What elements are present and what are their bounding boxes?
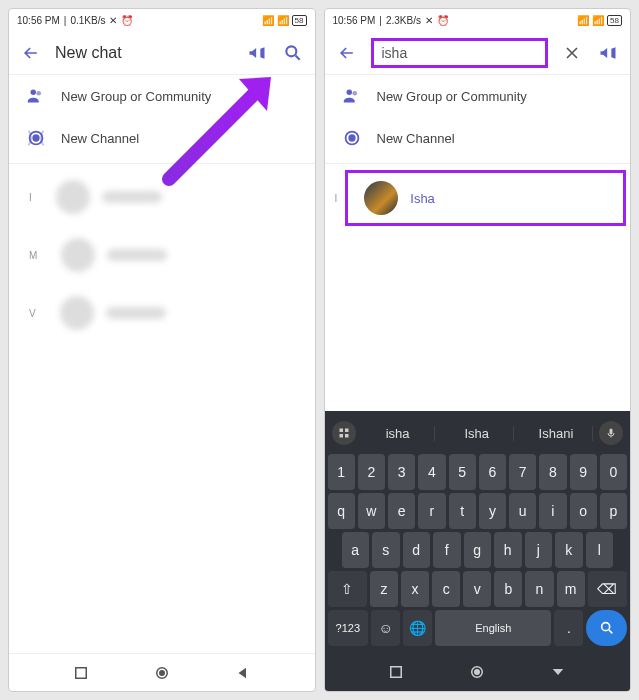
dnd-icon: ✕ xyxy=(109,15,117,26)
key-6[interactable]: 6 xyxy=(479,454,506,490)
nav-keyboard-hide[interactable] xyxy=(549,663,567,681)
key-0[interactable]: 0 xyxy=(600,454,627,490)
key-l[interactable]: l xyxy=(586,532,614,568)
svg-point-2 xyxy=(36,91,41,96)
nav-recent[interactable] xyxy=(72,664,90,682)
key-x[interactable]: x xyxy=(401,571,429,607)
key-k[interactable]: k xyxy=(555,532,583,568)
nav-home[interactable] xyxy=(468,663,486,681)
key-y[interactable]: y xyxy=(479,493,506,529)
space-key[interactable]: English xyxy=(435,610,551,646)
search-input-wrapper[interactable] xyxy=(371,38,549,68)
key-n[interactable]: n xyxy=(525,571,553,607)
section-letter: I xyxy=(325,193,338,204)
key-v[interactable]: v xyxy=(463,571,491,607)
suggestion[interactable]: Ishani xyxy=(520,426,593,441)
svg-point-17 xyxy=(601,623,609,631)
key-i[interactable]: i xyxy=(539,493,566,529)
contact-row[interactable] xyxy=(40,172,305,222)
avatar xyxy=(56,180,90,214)
key-9[interactable]: 9 xyxy=(570,454,597,490)
new-group-option[interactable]: New Group or Community xyxy=(325,75,631,117)
key-p[interactable]: p xyxy=(600,493,627,529)
key-d[interactable]: d xyxy=(403,532,431,568)
key-w[interactable]: w xyxy=(358,493,385,529)
key-o[interactable]: o xyxy=(570,493,597,529)
key-h[interactable]: h xyxy=(494,532,522,568)
key-3[interactable]: 3 xyxy=(388,454,415,490)
search-button[interactable] xyxy=(281,41,305,65)
nav-back[interactable] xyxy=(234,664,252,682)
section-letter: V xyxy=(19,308,36,319)
clear-search-button[interactable] xyxy=(560,41,584,65)
key-5[interactable]: 5 xyxy=(449,454,476,490)
contact-row[interactable]: Isha xyxy=(348,173,623,223)
nav-home[interactable] xyxy=(153,664,171,682)
key-row-numbers: 1234567890 xyxy=(328,454,628,490)
period-key[interactable]: . xyxy=(554,610,583,646)
mic-icon[interactable] xyxy=(599,421,623,445)
search-result-highlight: Isha xyxy=(345,170,626,226)
key-f[interactable]: f xyxy=(433,532,461,568)
section-letter: I xyxy=(19,192,32,203)
status-net: 2.3KB/s xyxy=(386,15,421,26)
header xyxy=(325,31,631,75)
new-channel-option[interactable]: New Channel xyxy=(9,117,315,159)
key-1[interactable]: 1 xyxy=(328,454,355,490)
key-c[interactable]: c xyxy=(432,571,460,607)
shift-key[interactable]: ⇧ xyxy=(328,571,367,607)
key-g[interactable]: g xyxy=(464,532,492,568)
globe-key[interactable]: 🌐 xyxy=(403,610,432,646)
svg-point-20 xyxy=(475,670,480,675)
search-key[interactable] xyxy=(586,610,627,646)
signal-icon: 📶 xyxy=(577,15,589,26)
svg-point-0 xyxy=(286,46,296,56)
key-b[interactable]: b xyxy=(494,571,522,607)
key-s[interactable]: s xyxy=(372,532,400,568)
back-button[interactable] xyxy=(335,41,359,65)
key-z[interactable]: z xyxy=(370,571,398,607)
contact-row[interactable] xyxy=(45,230,304,280)
key-8[interactable]: 8 xyxy=(539,454,566,490)
contact-name-blurred xyxy=(102,191,162,203)
key-a[interactable]: a xyxy=(342,532,370,568)
megaphone-icon[interactable] xyxy=(245,41,269,65)
android-navbar xyxy=(9,653,315,691)
nav-recent[interactable] xyxy=(387,663,405,681)
key-row-3: ⇧ zxcvbnm ⌫ xyxy=(328,571,628,607)
key-u[interactable]: u xyxy=(509,493,536,529)
key-row-1: qwertyuiop xyxy=(328,493,628,529)
search-input[interactable] xyxy=(382,45,538,61)
suggestion[interactable]: isha xyxy=(362,426,435,441)
keyboard-apps-icon[interactable] xyxy=(332,421,356,445)
status-time: 10:56 PM xyxy=(333,15,376,26)
svg-rect-15 xyxy=(345,434,349,438)
key-2[interactable]: 2 xyxy=(358,454,385,490)
megaphone-icon[interactable] xyxy=(596,41,620,65)
key-7[interactable]: 7 xyxy=(509,454,536,490)
key-t[interactable]: t xyxy=(449,493,476,529)
new-group-option[interactable]: New Group or Community xyxy=(9,75,315,117)
channel-icon xyxy=(25,127,47,149)
wifi-icon: 📶 xyxy=(277,15,289,26)
suggestion[interactable]: Isha xyxy=(441,426,514,441)
emoji-key[interactable]: ☺ xyxy=(371,610,400,646)
key-j[interactable]: j xyxy=(525,532,553,568)
backspace-key[interactable]: ⌫ xyxy=(588,571,627,607)
key-m[interactable]: m xyxy=(557,571,585,607)
symbols-key[interactable]: ?123 xyxy=(328,610,369,646)
contact-row[interactable] xyxy=(44,288,305,338)
svg-point-1 xyxy=(31,90,37,96)
phone-left: 10:56 PM | 0.1KB/s ✕ ⏰ 📶 📶 58 New chat xyxy=(8,8,316,692)
keyboard[interactable]: isha Isha Ishani 1234567890 qwertyuiop a… xyxy=(325,411,631,653)
wifi-icon: 📶 xyxy=(592,15,604,26)
key-q[interactable]: q xyxy=(328,493,355,529)
key-r[interactable]: r xyxy=(418,493,445,529)
option-label: New Group or Community xyxy=(377,89,527,104)
signal-icon: 📶 xyxy=(262,15,274,26)
key-4[interactable]: 4 xyxy=(418,454,445,490)
new-channel-option[interactable]: New Channel xyxy=(325,117,631,159)
back-button[interactable] xyxy=(19,41,43,65)
key-e[interactable]: e xyxy=(388,493,415,529)
header: New chat xyxy=(9,31,315,75)
